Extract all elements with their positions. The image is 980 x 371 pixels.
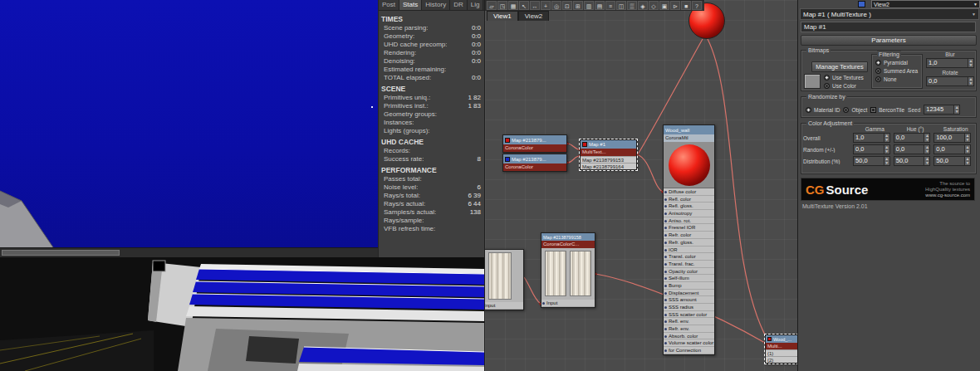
- seed-spinner[interactable]: 12345 ▲▼: [924, 105, 960, 115]
- rotate-spinner[interactable]: 0,0 ▲▼: [926, 76, 974, 86]
- show-grid-icon[interactable]: ▒: [627, 1, 637, 10]
- multitexture-map-row[interactable]: Map #2138799153: [581, 156, 636, 163]
- use-color-radio[interactable]: Use Color: [824, 81, 856, 90]
- hide-unused-slots-icon[interactable]: ◫: [616, 1, 626, 10]
- value-spinner[interactable]: 50,0▲▼: [933, 156, 971, 166]
- vfb-horizontal-scrollbar[interactable]: [0, 247, 378, 257]
- node-slot[interactable]: Transl. frac.: [664, 261, 714, 268]
- node-slot[interactable]: Fresnel IOR: [664, 224, 714, 232]
- node-slot-input[interactable]: Input: [484, 302, 523, 310]
- use-textures-radio[interactable]: Use Textures: [824, 73, 864, 81]
- node-slot[interactable]: Anisotropy: [664, 210, 714, 217]
- arrange-icon[interactable]: ≡: [605, 1, 615, 10]
- spinner-arrows-icon[interactable]: ▲▼: [964, 157, 970, 165]
- help-icon[interactable]: ?: [692, 1, 702, 10]
- view-tab-view2[interactable]: View2: [518, 11, 550, 21]
- node-slot[interactable]: SSS scatter color: [664, 311, 714, 319]
- spinner-arrows-icon[interactable]: ▲▼: [884, 145, 889, 154]
- viewport-gizmo[interactable]: [153, 261, 165, 271]
- multitexture-map-row[interactable]: Map #2138799164: [581, 163, 636, 169]
- spinner-arrows-icon[interactable]: ▲▼: [884, 134, 889, 142]
- stats-tab-dr[interactable]: DR: [450, 0, 468, 10]
- node-slot[interactable]: (1): [766, 349, 797, 356]
- move-icon[interactable]: ↔: [530, 1, 540, 10]
- value-spinner[interactable]: 0,0▲▼: [853, 144, 890, 154]
- node-multitexture[interactable]: Map #1 MultiText... Map #2138799153Map #…: [580, 139, 637, 170]
- logo-url[interactable]: www.cg-source.com: [925, 193, 970, 198]
- map-name-input[interactable]: Map #1: [801, 22, 976, 32]
- stats-tab-post[interactable]: Post: [379, 0, 399, 10]
- node-coronacolorcorrect[interactable]: Map #2138799158 CoronaColorC... Input: [541, 232, 595, 308]
- material-library-icon[interactable]: ■: [681, 1, 691, 10]
- node-slot[interactable]: Refr. gloss.: [664, 239, 714, 247]
- node-slot[interactable]: Refl. gloss.: [664, 203, 714, 210]
- select-icon[interactable]: ↖: [519, 1, 529, 10]
- node-slot[interactable]: Aniso. rot.: [664, 217, 714, 225]
- select-tree-icon[interactable]: ⊳: [670, 1, 680, 10]
- view-tab-view1[interactable]: View1: [487, 11, 518, 21]
- value-spinner[interactable]: 0,0▲▼: [933, 144, 971, 154]
- layout-all-icon[interactable]: ▥: [584, 1, 594, 10]
- pan-icon[interactable]: +: [541, 1, 551, 10]
- spinner-arrows-icon[interactable]: ▲▼: [968, 77, 973, 85]
- node-slot[interactable]: SSS radius: [664, 304, 714, 311]
- radio-summed-area[interactable]: Summed Area: [875, 66, 922, 75]
- value-spinner[interactable]: 1,0▲▼: [853, 133, 890, 143]
- node-partial-left[interactable]: Input: [484, 249, 524, 310]
- node-slot[interactable]: Opacity color: [664, 268, 714, 276]
- node-slot[interactable]: Volume scatter color: [664, 339, 714, 347]
- layout-children-icon[interactable]: ▤: [595, 1, 605, 10]
- value-spinner[interactable]: 50,0▲▼: [853, 156, 890, 166]
- parameters-rollout[interactable]: Parameters: [801, 35, 977, 46]
- blur-spinner[interactable]: 1,0 ▲▼: [926, 58, 974, 68]
- node-slot[interactable]: Refr. env.: [664, 325, 714, 333]
- chevron-down-icon[interactable]: ▼: [972, 12, 976, 17]
- node-slot[interactable]: for Connection: [664, 347, 714, 354]
- radio-pyramidal[interactable]: Pyramidal: [875, 58, 922, 66]
- node-multi-bottom[interactable]: Wood_... Multi... (1)(2): [765, 334, 797, 364]
- spinner-arrows-icon[interactable]: ▲▼: [924, 145, 929, 154]
- node-slot[interactable]: Bump: [664, 282, 714, 290]
- assign-material-icon[interactable]: ◇: [649, 1, 659, 10]
- node-slot[interactable]: Absorb. color: [664, 333, 714, 340]
- node-slot[interactable]: Displacement: [664, 290, 714, 297]
- file-new-icon[interactable]: ▱: [487, 1, 497, 10]
- scene-viewport[interactable]: [0, 257, 484, 371]
- value-spinner[interactable]: 0,0▲▼: [894, 144, 931, 154]
- node-coronacolor-blue[interactable]: Map #213879... CoronaColor: [502, 154, 567, 172]
- value-spinner[interactable]: 50,0▲▼: [894, 156, 931, 166]
- node-coronamtl[interactable]: Wood_wall CoronaMtl Diffuse colorRefl. c…: [663, 124, 715, 355]
- stats-tab-history[interactable]: History: [422, 0, 450, 10]
- spinner-arrows-icon[interactable]: ▲▼: [953, 105, 959, 114]
- stats-tab-lig[interactable]: Lig: [468, 0, 484, 10]
- spinner-arrows-icon[interactable]: ▲▼: [964, 145, 970, 154]
- zoom-region-icon[interactable]: ⊡: [562, 1, 572, 10]
- stats-tab-stats[interactable]: Stats: [399, 0, 422, 10]
- node-slot[interactable]: IOR: [664, 247, 714, 254]
- spinner-arrows-icon[interactable]: ▲▼: [924, 157, 929, 165]
- node-slot-input[interactable]: Input: [541, 300, 595, 307]
- zoom-icon[interactable]: ◎: [551, 1, 561, 10]
- radio-none[interactable]: None: [875, 75, 922, 83]
- node-slot[interactable]: Refr. color: [664, 232, 714, 239]
- object-radio[interactable]: Object: [843, 105, 867, 114]
- material-id-radio[interactable]: Material ID: [806, 105, 840, 114]
- scrollbar-thumb[interactable]: [2, 250, 120, 256]
- node-slot[interactable]: Self-illum: [664, 275, 714, 282]
- node-slot[interactable]: Diffuse color: [664, 188, 714, 196]
- spinner-arrows-icon[interactable]: ▲▼: [924, 134, 929, 142]
- node-coronacolor-red[interactable]: Map #213879... CoronaColor: [502, 134, 567, 153]
- bercontile-checkbox[interactable]: BerconTile: [870, 105, 904, 114]
- material-icon[interactable]: [858, 1, 865, 7]
- file-save-icon[interactable]: ▦: [508, 1, 518, 10]
- spinner-arrows-icon[interactable]: ▲▼: [968, 59, 973, 67]
- zoom-extents-icon[interactable]: ⊞: [573, 1, 583, 10]
- manage-textures-button[interactable]: Manage Textures: [811, 61, 868, 72]
- file-open-icon[interactable]: ◳: [497, 1, 507, 10]
- node-slot[interactable]: (2): [766, 356, 797, 363]
- view-select-dropdown[interactable]: View2 ▼: [871, 0, 980, 8]
- texture-slot-swatch[interactable]: [804, 74, 821, 89]
- node-slot[interactable]: Refl. color: [664, 196, 714, 203]
- node-slot[interactable]: Transl. color: [664, 253, 714, 261]
- slate-material-editor[interactable]: ▱◳▦↖↔+◎⊡⊞▥▤≡◫▒◈◇▣⊳■? View1View2: [484, 0, 797, 371]
